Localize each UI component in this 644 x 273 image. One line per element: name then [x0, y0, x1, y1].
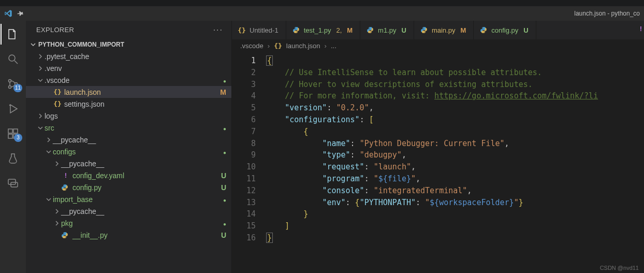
- line-number: 15: [232, 220, 256, 232]
- chevron-down-icon: [37, 125, 45, 131]
- status-untracked: U: [221, 231, 226, 239]
- tree-folder[interactable]: src: [26, 122, 231, 134]
- tab-label: Untitled-1: [250, 26, 279, 34]
- svg-rect-6: [13, 129, 18, 133]
- editor-tab[interactable]: m1.pyU: [360, 21, 414, 39]
- line-gutter: 12345678910111213141516: [232, 52, 266, 273]
- tree-item-label: config.py: [72, 183, 221, 192]
- tree-item-label: .vscode: [45, 76, 223, 84]
- chevron-right-icon: [54, 208, 61, 214]
- tree-file[interactable]: ·__init__.pyU: [26, 229, 231, 241]
- chevron-right-icon: [37, 65, 45, 71]
- tree-folder[interactable]: __pycache__: [26, 157, 231, 169]
- tab-status: M: [347, 26, 353, 34]
- svg-point-2: [9, 86, 11, 89]
- tree-folder[interactable]: pkg: [26, 217, 231, 229]
- activity-bar: 11 3: [0, 21, 26, 273]
- json-icon: {}: [238, 26, 245, 34]
- status-modified: M: [220, 88, 226, 96]
- tree-folder[interactable]: logs: [26, 110, 231, 122]
- tree-item-label: settings.json: [64, 100, 226, 108]
- vscode-window: launch.json - python_co 11 3: [0, 6, 644, 273]
- line-number: 16: [232, 232, 256, 244]
- line-number: 9: [232, 149, 256, 161]
- status-dot: [223, 124, 226, 132]
- line-number: 12: [232, 185, 256, 197]
- window-title: launch.json - python_co: [574, 6, 640, 21]
- chevron-right-icon: [37, 53, 45, 60]
- activity-testing[interactable]: [1, 148, 25, 169]
- line-number: 10: [232, 161, 256, 173]
- breadcrumb-more: ...: [331, 42, 336, 50]
- editor-tab[interactable]: {}Untitled-1: [232, 21, 286, 39]
- yaml-icon: !: [61, 171, 70, 179]
- activity-scm[interactable]: 11: [1, 74, 25, 94]
- status-dot: [223, 148, 226, 156]
- activity-debug[interactable]: [1, 98, 25, 119]
- explorer-more-icon[interactable]: ···: [213, 25, 223, 35]
- tab-status: M: [460, 26, 466, 34]
- tree-folder[interactable]: configs: [26, 146, 231, 157]
- python-icon: [480, 26, 487, 34]
- tab-status: U: [523, 26, 528, 34]
- tree-item-label: launch.json: [64, 88, 220, 96]
- scm-badge: 11: [13, 84, 22, 92]
- tree-folder[interactable]: __pycache__: [26, 205, 231, 217]
- tree-item-label: config_dev.yaml: [72, 171, 221, 180]
- status-dot: [223, 76, 226, 84]
- json-icon: {}: [53, 88, 62, 96]
- activity-extensions[interactable]: 3: [1, 123, 25, 144]
- chevron-down-icon: [46, 196, 53, 203]
- chevron-right-icon: ›: [325, 42, 327, 50]
- python-icon: [420, 26, 428, 34]
- file-tree: .pytest_cache.venv.vscode·{}launch.jsonM…: [26, 50, 231, 273]
- tree-folder[interactable]: .pytest_cache: [26, 50, 231, 62]
- os-bar: [0, 0, 644, 6]
- tree-item-label: logs: [45, 112, 226, 120]
- project-name: PYTHON_COMMON_IMPORT: [38, 41, 124, 48]
- breadcrumbs[interactable]: .vscode › {} launch.json › ...: [232, 39, 644, 52]
- editor-tab[interactable]: config.pyU: [474, 21, 536, 39]
- status-dot: [223, 219, 226, 227]
- tab-status: U: [402, 26, 406, 34]
- activity-explorer[interactable]: [1, 24, 25, 45]
- tree-folder[interactable]: .venv: [26, 62, 231, 74]
- svg-rect-7: [8, 134, 12, 138]
- tab-label: test_1.py: [304, 26, 331, 34]
- line-number: 5: [232, 102, 256, 114]
- code-body[interactable]: { // Use IntelliSense to learn about pos…: [266, 52, 644, 273]
- tree-folder[interactable]: __pycache__: [26, 134, 231, 146]
- breadcrumb-folder: .vscode: [240, 42, 264, 50]
- status-untracked: U: [221, 171, 226, 180]
- tree-folder[interactable]: import_base: [26, 193, 231, 205]
- tree-file[interactable]: ·{}launch.jsonM: [26, 86, 231, 98]
- chevron-right-icon: [37, 113, 45, 119]
- editor-tab[interactable]: main.pyM: [414, 21, 474, 39]
- status-untracked: U: [221, 183, 226, 192]
- tree-item-label: __pycache__: [53, 136, 226, 144]
- project-header[interactable]: PYTHON_COMMON_IMPORT: [26, 39, 231, 50]
- activity-search[interactable]: [1, 49, 25, 69]
- tree-item-label: .pytest_cache: [45, 52, 226, 61]
- tree-file[interactable]: ·!config_dev.yamlU: [26, 169, 231, 181]
- editor-tab[interactable]: test_1.py2, M: [286, 21, 360, 39]
- ext-badge: 3: [14, 134, 22, 142]
- chevron-right-icon: [54, 161, 61, 167]
- activity-chat[interactable]: [1, 173, 25, 194]
- tree-file[interactable]: ·config.pyU: [26, 181, 231, 193]
- line-number: 8: [232, 138, 256, 150]
- tree-item-label: pkg: [61, 219, 223, 227]
- tree-item-label: __pycache__: [61, 160, 226, 168]
- tree-file[interactable]: ·{}settings.json: [26, 98, 231, 110]
- status-dot: [223, 195, 226, 204]
- tab-overflow-indicator[interactable]: !: [536, 21, 551, 39]
- tree-item-label: .venv: [45, 64, 226, 73]
- code-editor[interactable]: 12345678910111213141516 { // Use Intelli…: [232, 52, 644, 273]
- titlebar: launch.json - python_co: [0, 6, 644, 21]
- chevron-down-icon: [46, 149, 53, 155]
- tab-label: main.py: [432, 26, 456, 34]
- tree-folder[interactable]: .vscode: [26, 74, 231, 86]
- pin-icon[interactable]: [17, 9, 25, 18]
- svg-rect-9: [8, 179, 16, 184]
- explorer-sidebar: EXPLORER ··· PYTHON_COMMON_IMPORT .pytes…: [26, 21, 232, 273]
